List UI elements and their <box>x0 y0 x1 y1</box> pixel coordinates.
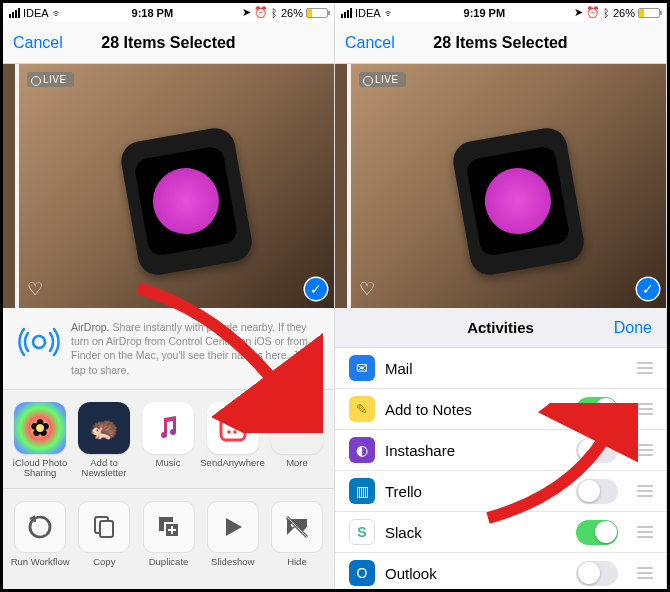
prev-photo-sliver[interactable] <box>3 64 15 308</box>
photo-preview-strip[interactable]: LIVE ♡ ✓ <box>3 64 334 308</box>
nav-header: Cancel 28 Items Selected <box>335 22 666 64</box>
photo-preview-strip[interactable]: LIVE ♡ ✓ <box>335 64 666 308</box>
carrier-label: IDEA <box>23 7 49 19</box>
app-add-to-newsletter[interactable]: 🦔 Add to Newsletter <box>73 402 135 480</box>
action-hide[interactable]: Hide <box>266 501 328 579</box>
status-time: 9:19 PM <box>464 7 506 19</box>
location-icon: ➤ <box>242 6 251 19</box>
share-actions-row[interactable]: Run Workflow Copy Duplicate Slideshow Hi… <box>3 489 334 587</box>
cancel-button[interactable]: Cancel <box>13 34 63 52</box>
battery-icon <box>306 8 328 18</box>
copy-icon <box>78 501 130 553</box>
phone-left-share-sheet: IDEA ᯤ 9:18 PM ➤ ⏰ ᛒ 26% Cancel 28 Items… <box>3 3 335 589</box>
slideshow-icon <box>207 501 259 553</box>
toggle-trello[interactable] <box>576 479 618 504</box>
svg-rect-1 <box>221 416 245 440</box>
share-apps-row[interactable]: ✿ iCloud Photo Sharing 🦔 Add to Newslett… <box>3 390 334 489</box>
carrier-label: IDEA <box>355 7 381 19</box>
phone-right-activities: IDEA ᯤ 9:19 PM ➤ ⏰ ᛒ 26% Cancel 28 Items… <box>335 3 667 589</box>
outlook-icon: O <box>349 560 375 586</box>
status-time: 9:18 PM <box>132 7 174 19</box>
reorder-handle-icon[interactable] <box>636 444 654 456</box>
activities-header: Activities Done <box>335 308 666 348</box>
hide-icon <box>271 501 323 553</box>
favorite-icon[interactable]: ♡ <box>27 278 43 300</box>
svg-rect-5 <box>100 521 113 537</box>
done-button[interactable]: Done <box>614 319 652 337</box>
airdrop-text: AirDrop. Share instantly with people nea… <box>71 320 320 377</box>
sendanywhere-icon <box>207 402 259 454</box>
selected-checkmark-icon[interactable]: ✓ <box>305 278 327 300</box>
toggle-slack[interactable] <box>576 520 618 545</box>
bluetooth-icon: ᛒ <box>603 7 610 19</box>
activity-row-outlook[interactable]: O Outlook <box>335 553 666 589</box>
instashare-icon: ◐ <box>349 437 375 463</box>
wifi-icon: ᯤ <box>384 7 395 19</box>
svg-point-0 <box>33 336 45 348</box>
svg-point-3 <box>233 430 237 434</box>
live-badge: LIVE <box>359 72 406 87</box>
mail-icon: ✉ <box>349 355 375 381</box>
battery-icon <box>638 8 660 18</box>
wifi-icon: ᯤ <box>52 7 63 19</box>
svg-point-2 <box>227 430 231 434</box>
toggle-instashare[interactable] <box>576 438 618 463</box>
action-run-workflow[interactable]: Run Workflow <box>9 501 71 579</box>
app-icloud-photo-sharing[interactable]: ✿ iCloud Photo Sharing <box>9 402 71 480</box>
live-badge: LIVE <box>27 72 74 87</box>
airdrop-icon <box>17 320 61 364</box>
activity-row-trello[interactable]: ▥ Trello <box>335 471 666 512</box>
photo-thumbnail[interactable]: LIVE ♡ ✓ <box>19 64 335 308</box>
battery-pct: 26% <box>613 7 635 19</box>
newsletter-icon: 🦔 <box>78 402 130 454</box>
battery-pct: 26% <box>281 7 303 19</box>
activity-row-slack[interactable]: S Slack <box>335 512 666 553</box>
location-icon: ➤ <box>574 6 583 19</box>
nav-title: 28 Items Selected <box>433 34 567 52</box>
action-copy[interactable]: Copy <box>73 501 135 579</box>
app-music[interactable]: Music <box>137 402 199 480</box>
notes-icon: ✎ <box>349 396 375 422</box>
activities-list[interactable]: ✉ Mail ✎ Add to Notes ◐ Instashare ▥ Tre… <box>335 348 666 589</box>
toggle-outlook[interactable] <box>576 561 618 586</box>
reorder-handle-icon[interactable] <box>636 567 654 579</box>
reorder-handle-icon[interactable] <box>636 526 654 538</box>
status-bar: IDEA ᯤ 9:18 PM ➤ ⏰ ᛒ 26% <box>3 3 334 22</box>
workflow-icon <box>14 501 66 553</box>
alarm-icon: ⏰ <box>586 6 600 19</box>
action-slideshow[interactable]: Slideshow <box>202 501 264 579</box>
favorite-icon[interactable]: ♡ <box>359 278 375 300</box>
music-icon <box>142 402 194 454</box>
slack-icon: S <box>349 519 375 545</box>
selected-checkmark-icon[interactable]: ✓ <box>637 278 659 300</box>
action-duplicate[interactable]: Duplicate <box>137 501 199 579</box>
nav-header: Cancel 28 Items Selected <box>3 22 334 64</box>
prev-photo-sliver[interactable] <box>335 64 347 308</box>
activities-title: Activities <box>467 319 534 336</box>
duplicate-icon <box>143 501 195 553</box>
activity-row-add-to-notes[interactable]: ✎ Add to Notes <box>335 389 666 430</box>
status-bar: IDEA ᯤ 9:19 PM ➤ ⏰ ᛒ 26% <box>335 3 666 22</box>
reorder-handle-icon[interactable] <box>636 403 654 415</box>
cancel-button[interactable]: Cancel <box>345 34 395 52</box>
icloud-photo-icon: ✿ <box>14 402 66 454</box>
app-more[interactable]: ••• More <box>266 402 328 480</box>
airdrop-row[interactable]: AirDrop. Share instantly with people nea… <box>3 308 334 390</box>
nav-title: 28 Items Selected <box>101 34 235 52</box>
activity-row-instashare[interactable]: ◐ Instashare <box>335 430 666 471</box>
activity-row-mail[interactable]: ✉ Mail <box>335 348 666 389</box>
bluetooth-icon: ᛒ <box>271 7 278 19</box>
alarm-icon: ⏰ <box>254 6 268 19</box>
reorder-handle-icon[interactable] <box>636 485 654 497</box>
toggle-add-to-notes[interactable] <box>576 397 618 422</box>
signal-icon <box>341 8 352 18</box>
trello-icon: ▥ <box>349 478 375 504</box>
more-icon: ••• <box>271 402 323 454</box>
app-sendanywhere[interactable]: SendAnywhere <box>201 402 264 480</box>
photo-thumbnail[interactable]: LIVE ♡ ✓ <box>351 64 667 308</box>
reorder-handle-icon[interactable] <box>636 362 654 374</box>
signal-icon <box>9 8 20 18</box>
